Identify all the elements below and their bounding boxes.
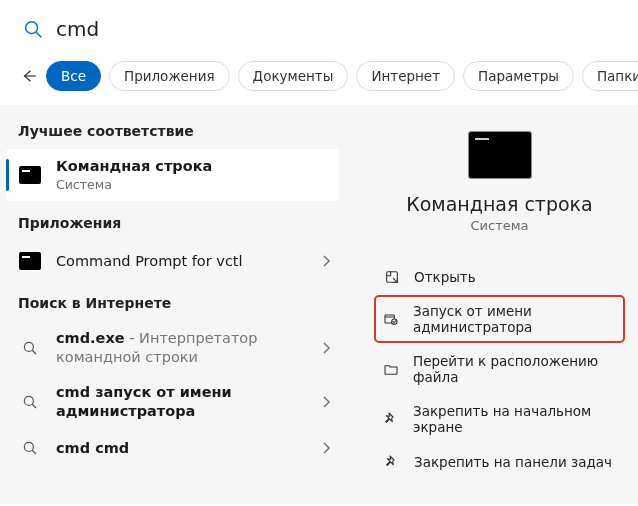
results-pane: Лучшее соответствие Командная строка Сис… [0,105,345,504]
search-bar [0,0,638,55]
result-term: cmd.exe [56,330,125,346]
pin-icon [383,411,399,428]
open-icon [383,268,400,285]
result-title: Командная строка [56,158,212,174]
filter-chip[interactable]: Интернет [356,61,455,91]
terminal-icon [18,249,42,273]
action-admin[interactable]: Запуск от имени администратора [375,296,624,342]
section-best-match: Лучшее соответствие [0,109,345,149]
filter-chip[interactable]: Папки [582,61,638,91]
svg-line-11 [393,278,397,282]
filter-chip[interactable]: Приложения [109,61,230,91]
preview-pane: Командная строка Система Открыть Запуск … [345,105,638,504]
result-title: Command Prompt for vctl [56,252,312,271]
action-label: Перейти к расположению файла [413,353,616,385]
svg-point-8 [24,443,33,452]
filter-chip[interactable]: Документы [238,61,349,91]
search-icon [18,436,42,460]
admin-icon [383,311,399,328]
chevron-right-icon [312,341,331,355]
action-folder[interactable]: Перейти к расположению файла [375,346,624,392]
action-label: Закрепить на начальном экране [413,403,616,435]
svg-point-6 [24,396,33,405]
svg-line-7 [32,404,36,408]
svg-line-1 [36,32,41,37]
section-apps: Приложения [0,201,345,241]
action-open[interactable]: Открыть [375,261,624,292]
folder-icon [383,361,399,378]
preview-title: Командная строка [375,193,624,215]
filters-row: ВсеПриложенияДокументыИнтернетПараметрыП… [0,55,638,105]
search-icon [18,390,42,414]
svg-line-9 [32,451,36,455]
action-pin[interactable]: Закрепить на панели задач [375,446,624,477]
svg-line-5 [32,350,36,354]
preview-subtitle: Система [375,218,624,233]
search-input[interactable] [56,17,620,41]
result-app[interactable]: Command Prompt for vctl [0,241,345,281]
pin-icon [383,453,400,470]
result-term: cmd cmd [56,440,129,456]
svg-point-4 [24,342,33,351]
terminal-icon [18,163,42,187]
action-label: Запуск от имени администратора [413,303,616,335]
chevron-right-icon [312,441,331,455]
result-web[interactable]: cmd запуск от имени администратора [0,375,345,429]
action-label: Открыть [414,269,476,285]
preview-thumbnail [468,131,532,179]
search-icon [18,336,42,360]
action-label: Закрепить на панели задач [414,454,612,470]
filter-chip[interactable]: Все [46,61,101,91]
back-button[interactable] [20,59,38,93]
result-web[interactable]: cmd.exe - Интерпретатор командной строки [0,321,345,375]
search-icon [22,18,44,40]
svg-point-0 [26,21,38,33]
chevron-right-icon [312,254,331,268]
chevron-right-icon [312,395,331,409]
result-best-match[interactable]: Командная строка Система [6,149,339,201]
result-subtitle: Система [56,177,325,193]
filter-chip[interactable]: Параметры [463,61,574,91]
result-web[interactable]: cmd cmd [0,428,345,468]
action-pin[interactable]: Закрепить на начальном экране [375,396,624,442]
section-web: Поиск в Интернете [0,281,345,321]
result-term: cmd запуск от имени администратора [56,384,232,419]
